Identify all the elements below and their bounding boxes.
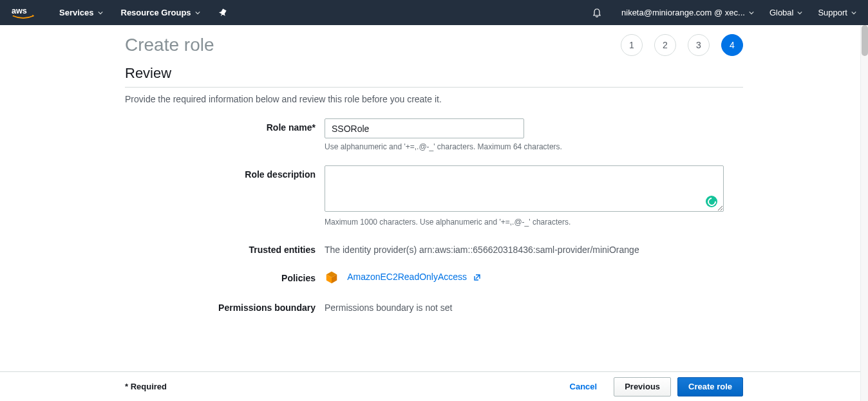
top-nav: aws Services Resource Groups niketa@mini… [0,0,868,25]
permissions-boundary-value: Permissions boundary is not set [325,299,743,313]
pin-icon[interactable] [218,8,227,17]
policy-link[interactable]: AmazonEC2ReadOnlyAccess [347,272,481,282]
chevron-down-icon [195,10,200,15]
role-name-label: Role name* [125,118,325,151]
row-policies: Policies AmazonEC2ReadOnlyAccess [125,269,743,284]
trusted-entities-label: Trusted entities [125,241,325,255]
footer: * Required Cancel Previous Create role [0,371,868,401]
role-description-label: Role description [125,165,325,227]
permissions-boundary-label: Permissions boundary [125,299,325,313]
section-title: Review [125,65,743,88]
create-role-button[interactable]: Create role [677,377,743,396]
row-role-description: Role description Maximum 1000 characters… [125,165,743,227]
nav-resource-groups[interactable]: Resource Groups [121,8,200,17]
nav-account[interactable]: niketa@miniorange.com @ xec... [621,8,754,17]
step-3[interactable]: 3 [688,34,710,56]
scrollbar-thumb[interactable] [862,25,868,56]
previous-button[interactable]: Previous [614,377,671,396]
grammarly-icon[interactable] [706,196,717,207]
nav-support-label: Support [818,8,847,17]
page-title: Create role [125,35,214,55]
step-4[interactable]: 4 [721,34,743,56]
chevron-down-icon [749,10,754,15]
role-name-input[interactable] [325,118,524,138]
page-scrollbar[interactable] [860,25,868,401]
policy-link-text: AmazonEC2ReadOnlyAccess [347,272,467,282]
chevron-down-icon [98,10,103,15]
nav-services-label: Services [59,8,94,17]
role-description-hint: Maximum 1000 characters. Use alphanumeri… [325,218,743,227]
nav-services[interactable]: Services [59,8,103,17]
nav-support[interactable]: Support [818,8,856,17]
row-role-name: Role name* Use alphanumeric and '+=,.@-_… [125,118,743,151]
svg-text:aws: aws [12,6,27,15]
step-1[interactable]: 1 [621,34,643,56]
trusted-entities-value: The identity provider(s) arn:aws:iam::65… [325,241,743,255]
step-2[interactable]: 2 [654,34,676,56]
section-description: Provide the required information below a… [125,94,743,104]
aws-logo[interactable]: aws [12,6,35,20]
role-description-input[interactable] [325,165,724,212]
main-content: Create role 1 2 3 4 Review Provide the r… [0,25,868,371]
wizard-steps: 1 2 3 4 [621,34,743,56]
role-name-hint: Use alphanumeric and '+=,.@-_' character… [325,142,743,151]
nav-region[interactable]: Global [769,8,803,17]
nav-resource-groups-label: Resource Groups [121,8,191,17]
chevron-down-icon [851,10,856,15]
required-note: * Required [125,382,167,391]
row-trusted-entities: Trusted entities The identity provider(s… [125,241,743,255]
row-permissions-boundary: Permissions boundary Permissions boundar… [125,299,743,313]
chevron-down-icon [797,10,802,15]
cancel-button[interactable]: Cancel [560,377,608,396]
nav-region-label: Global [769,8,794,17]
policy-cube-icon [325,270,339,284]
policies-label: Policies [125,269,325,284]
nav-account-label: niketa@miniorange.com @ xec... [621,8,745,17]
notifications-icon[interactable] [592,8,602,18]
external-link-icon [473,274,481,281]
